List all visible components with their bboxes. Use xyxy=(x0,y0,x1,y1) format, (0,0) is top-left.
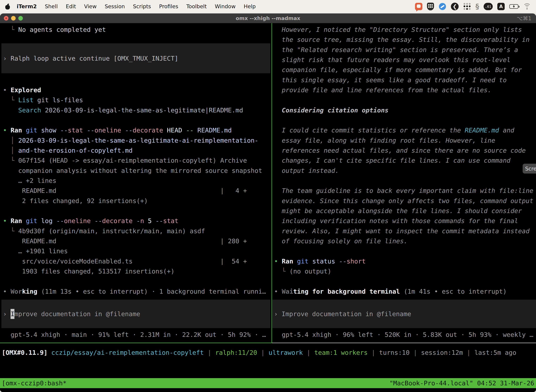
dragon-icon[interactable]: § xyxy=(475,3,479,10)
terminal-line: └ 4b9d30f (origin/main, instructkr/main,… xyxy=(3,226,205,236)
sync-badge-icon[interactable] xyxy=(439,3,446,10)
terminal-line: evidence. Since this change only affects… xyxy=(274,196,533,206)
menu-items: iTerm2ShellEditViewSessionScriptsProfile… xyxy=(13,0,260,13)
terminal-line: … +2 lines xyxy=(3,176,56,186)
terminal-line: output instead. xyxy=(274,166,339,176)
terminal-line: this single essay, it seems like a good … xyxy=(274,75,507,85)
status-tray: ❮ § ..61 A xyxy=(415,3,531,10)
dots-grid-icon[interactable] xyxy=(463,3,471,10)
menu-item-session[interactable]: Session xyxy=(101,0,129,13)
terminal-line: └ (no output) xyxy=(274,266,331,276)
terminal-line: └ List git ls-files xyxy=(3,95,83,105)
terminal-line: • Waiting for background terminal (1m 41… xyxy=(274,286,507,296)
terminal-line: review. Also, I might want to inspect th… xyxy=(274,226,530,236)
terminal-line: • Explored xyxy=(3,85,41,95)
terminal-line: companion analysis without altering the … xyxy=(3,166,262,176)
terminal-line: src/voice/voiceModeEnabled.ts | 54 + xyxy=(3,256,247,266)
terminal-line: └ 067f154 (HEAD -> essay/ai-reimplementa… xyxy=(3,155,247,165)
pane-divider[interactable] xyxy=(272,23,272,343)
screenshot-icon[interactable] xyxy=(415,3,422,10)
right-pane-border xyxy=(272,343,536,343)
tmux-status-bar: [omx-cczip0:bash* "MacBook-Pro-44.local"… xyxy=(0,378,536,388)
prompt-input[interactable]: › Improve documentation in @filename xyxy=(273,300,536,328)
terminal-line: The team guideline is to back every impo… xyxy=(274,186,533,196)
window-shortcut-badge: ⌥⌘1 xyxy=(517,15,536,21)
terminal-line: • Ran git status --short xyxy=(274,256,366,266)
menu-item-scripts[interactable]: Scripts xyxy=(129,0,155,13)
terminal-line: including verification notes with those … xyxy=(274,216,518,226)
window-bottom-edge xyxy=(0,388,536,392)
menu-item-view[interactable]: View xyxy=(80,0,100,13)
prompt-input[interactable]: › Ralph loop active continue [OMX_TMUX_I… xyxy=(1,43,270,73)
screen-tooltip[interactable]: Scre xyxy=(523,164,536,173)
terminal-line: I could cite commit statistics or refere… xyxy=(274,125,514,135)
menu-item-window[interactable]: Window xyxy=(211,0,239,13)
terminal-body: [OMX#0.11.9] cczip/essay/ai-reimplementa… xyxy=(0,23,536,378)
terminal-line: Considering citation options xyxy=(274,105,388,115)
terminal-line: However, I noticed the "Directory Struct… xyxy=(274,25,522,35)
menu-item-iterm2[interactable]: iTerm2 xyxy=(13,0,41,13)
terminal-line: README.md | 280 + xyxy=(3,236,247,246)
terminal-line: Search 2026-03-09-is-legal-the-same-as-l… xyxy=(3,105,243,115)
menu-bar: iTerm2ShellEditViewSessionScriptsProfile… xyxy=(0,0,536,13)
menu-item-profiles[interactable]: Profiles xyxy=(155,0,182,13)
terminal-line: companion file, especially if more comme… xyxy=(274,65,522,75)
terminal-line: 2 files changed, 92 insertions(+) xyxy=(3,196,148,206)
title-bar[interactable]: omx --xhigh --madmax ⌥⌘1 xyxy=(0,14,536,23)
apple-menu-icon[interactable] xyxy=(5,4,10,9)
menu-item-shell[interactable]: Shell xyxy=(41,0,62,13)
terminal-line: gpt-5.4 xhigh · main · 91% left · 2.31M … xyxy=(3,330,266,340)
battery-percent-badge[interactable]: ..61 xyxy=(483,3,493,10)
back-circle-icon[interactable]: ❮ xyxy=(451,3,459,10)
terminal-line: … +1901 lines xyxy=(3,246,68,256)
terminal-line: slight risk that future readers may over… xyxy=(274,55,511,65)
menu-item-help[interactable]: Help xyxy=(240,0,260,13)
terminal-line: essay file, along with finding root file… xyxy=(274,135,495,145)
terminal-line: │ 2026-03-09-is-legal-the-same-as-legiti… xyxy=(3,135,258,145)
terminal-line: provide file and line references from th… xyxy=(274,85,491,95)
iterm-window: omx --xhigh --madmax ⌥⌘1 [OMX#0.11.9] cc… xyxy=(0,14,536,392)
terminal-line: 1903 files changed, 513517 insertions(+) xyxy=(3,266,174,276)
terminal-line: • Working (11m 13s • esc to interrupt) ·… xyxy=(3,286,266,296)
terminal-line: • Ran git show --stat --oneline --decora… xyxy=(3,125,232,135)
left-pane-border xyxy=(0,343,272,343)
text-app-icon[interactable]: A xyxy=(497,3,505,10)
battery-icon[interactable] xyxy=(509,3,518,10)
terminal-line: the "Related research writing" section i… xyxy=(274,45,518,55)
prompt-input[interactable]: › Improve documentation in @filename xyxy=(1,300,270,328)
terminal-line: │ and-the-erosion-of-copyleft.md xyxy=(3,145,133,155)
shield-grid-icon[interactable] xyxy=(427,3,434,10)
terminal-line: the source tree, missing the essay. Stil… xyxy=(274,35,530,45)
terminal-line: gpt-5.4 xhigh · 96% left · 520K in · 5.8… xyxy=(274,330,533,340)
terminal-line: README.md | 4 + xyxy=(3,186,247,196)
tmux-session-label: [omx-cczip0:bash* xyxy=(2,379,67,387)
terminal-line: └ No agents completed yet xyxy=(3,25,106,35)
terminal-line: changes, I can't cite specific file line… xyxy=(274,155,511,165)
terminal-line: of focusing solely on file lines. xyxy=(274,236,408,246)
terminal-line: might be acceptable alongside the file l… xyxy=(274,206,522,216)
terminal-line: references need actual files, and since … xyxy=(274,145,526,155)
menu-item-edit[interactable]: Edit xyxy=(62,0,80,13)
tmux-host-clock: "MacBook-Pro-44.local" 04:52 31-Mar-26 xyxy=(389,379,534,387)
wifi-icon[interactable] xyxy=(523,3,531,10)
omx-status-bar: [OMX#0.11.9] cczip/essay/ai-reimplementa… xyxy=(2,348,516,358)
window-title: omx --xhigh --madmax xyxy=(0,15,536,21)
terminal-line: • Ran git log --oneline --decorate -n 5 … xyxy=(3,216,178,226)
menu-item-toolbelt[interactable]: Toolbelt xyxy=(182,0,211,13)
